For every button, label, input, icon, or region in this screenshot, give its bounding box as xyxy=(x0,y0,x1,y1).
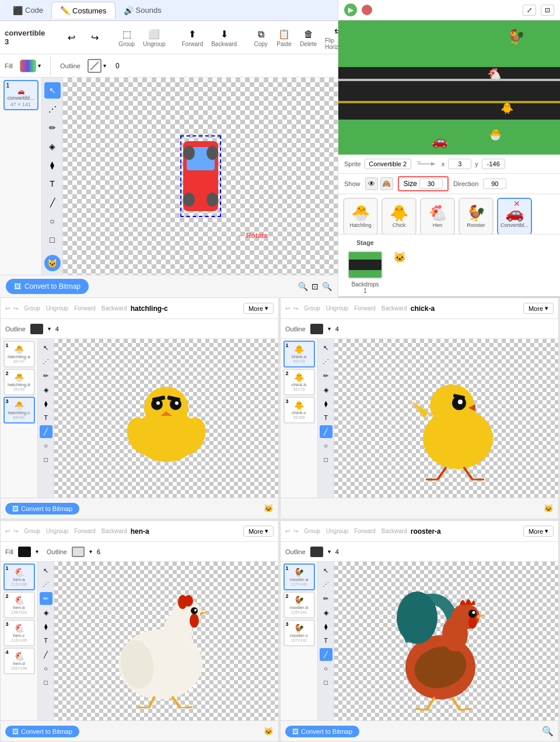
chick-forward-btn[interactable]: Forward xyxy=(354,305,376,312)
backward-btn[interactable]: ⬇ Backward xyxy=(209,27,239,48)
c-select-tool[interactable]: ↖ xyxy=(320,341,332,354)
cat-icon-btn[interactable]: 🐱 xyxy=(44,255,61,271)
circle-tool[interactable]: ○ xyxy=(44,213,61,229)
hen-ungroup-btn[interactable]: Ungroup xyxy=(46,528,68,534)
hatchling-outline-color[interactable] xyxy=(30,324,43,334)
paste-btn[interactable]: 📋 Paste xyxy=(274,27,294,48)
green-flag-button[interactable]: ▶ xyxy=(344,4,357,16)
hatchling-forward-btn[interactable]: Forward xyxy=(74,305,96,312)
fullscreen-btn[interactable]: ⤢ xyxy=(523,5,536,16)
rooster-undo-btn[interactable]: ↩ xyxy=(285,528,290,534)
hen-fill-dropdown[interactable]: ▾ xyxy=(36,548,38,555)
hatchling-more-btn[interactable]: More ▾ xyxy=(243,303,274,314)
c-eraser-tool[interactable]: ◈ xyxy=(320,383,332,396)
rooster-zoom-btn[interactable]: 🔍 xyxy=(542,726,554,737)
hen-forward-btn[interactable]: Forward xyxy=(74,528,96,534)
hn-text-tool[interactable]: T xyxy=(40,634,52,647)
chick-undo-btn[interactable]: ↩ xyxy=(285,305,290,312)
add-sprite-btn[interactable]: 🐱 xyxy=(393,251,406,264)
turbo-btn[interactable]: ⊡ xyxy=(541,5,554,16)
hen-thumb-1[interactable]: 1 🐔 hen-a 113×108 xyxy=(4,564,35,590)
rooster-canvas-area[interactable] xyxy=(334,562,558,720)
rooster-outline-color[interactable] xyxy=(310,547,323,557)
delete-btn[interactable]: 🗑 Delete xyxy=(298,27,319,48)
r-select-tool[interactable]: ↖ xyxy=(320,564,332,577)
c-line-tool[interactable]: ╱ xyxy=(320,425,332,438)
chick-thumb-3[interactable]: 3 🐥 chick-c 52×69 xyxy=(284,397,315,424)
h-eraser-tool[interactable]: ◈ xyxy=(40,383,52,396)
rooster-thumb-1[interactable]: 1 🐓 rooster-a 117×140 xyxy=(284,564,315,590)
hatchling-thumb-1[interactable]: 1 🐣 hatchling-a 32×47 xyxy=(4,341,35,368)
select-tool[interactable]: ↖ xyxy=(44,82,61,99)
r-fill-tool[interactable]: ⧫ xyxy=(320,620,332,633)
chick-redo-btn[interactable]: ↪ xyxy=(293,305,298,312)
hn-eraser-tool[interactable]: ◈ xyxy=(40,606,52,619)
show-hidden-btn[interactable]: 🙈 xyxy=(380,177,393,190)
h-select-tool[interactable]: ↖ xyxy=(40,341,52,354)
eraser-tool[interactable]: ◈ xyxy=(44,138,61,155)
drawing-canvas[interactable]: ← Rotate xyxy=(63,78,338,275)
c-reshape-tool[interactable]: ⋰ xyxy=(320,355,332,368)
hn-line-tool[interactable]: ╱ xyxy=(40,648,52,661)
h-rect-tool[interactable]: □ xyxy=(40,453,52,466)
h-fill-tool[interactable]: ⧫ xyxy=(40,397,52,410)
hn-circle-tool[interactable]: ○ xyxy=(40,662,52,675)
fit-btn[interactable]: ⊡ xyxy=(312,282,318,291)
c-fill-tool[interactable]: ⧫ xyxy=(320,397,332,410)
hatchling-thumb-3[interactable]: 3 🐣 hatchling-c 64×42 xyxy=(4,397,35,424)
hn-fill-tool[interactable]: ⧫ xyxy=(40,620,52,633)
reshape-tool[interactable]: ⋰ xyxy=(44,101,61,117)
sprite-card-rooster[interactable]: 🐓 Rooster xyxy=(459,198,494,235)
chick-more-btn[interactable]: More ▾ xyxy=(523,303,554,314)
h-line-tool[interactable]: ╱ xyxy=(40,425,52,438)
hen-thumb-2[interactable]: 2 🐔 hen-b 138×101 xyxy=(4,592,35,618)
hen-cat-btn[interactable]: 🐱 xyxy=(264,727,274,736)
tab-code[interactable]: ⬛ Code xyxy=(5,2,51,19)
forward-btn[interactable]: ⬆ Forward xyxy=(180,27,206,48)
hen-redo-btn[interactable]: ↪ xyxy=(13,528,18,534)
chick-cat-btn[interactable]: 🐱 xyxy=(544,504,554,513)
chick-canvas-area[interactable] xyxy=(334,339,558,498)
hen-outline-dropdown[interactable]: ▾ xyxy=(89,548,92,555)
hn-rect-tool[interactable]: □ xyxy=(40,676,52,689)
stop-button[interactable] xyxy=(362,5,372,15)
hen-undo-btn[interactable]: ↩ xyxy=(5,528,10,534)
text-tool[interactable]: T xyxy=(44,176,61,192)
show-visible-btn[interactable]: 👁 xyxy=(365,177,378,190)
zoom-out-btn[interactable]: 🔍 xyxy=(298,282,308,291)
rooster-redo-btn[interactable]: ↪ xyxy=(293,528,298,534)
delete-sprite-btn[interactable]: ✕ xyxy=(513,199,520,208)
fill-dropdown-icon[interactable]: ▾ xyxy=(38,62,41,69)
r-pencil-tool[interactable]: ✏ xyxy=(320,592,332,605)
hatchling-canvas-area[interactable] xyxy=(54,339,278,498)
hn-pencil-tool[interactable]: ✏ xyxy=(40,592,52,605)
group-btn[interactable]: ⬚ Group xyxy=(116,27,137,48)
hen-canvas-area[interactable] xyxy=(54,562,278,720)
fill-tool[interactable]: ⧫ xyxy=(44,157,61,173)
hen-outline-color[interactable] xyxy=(72,547,85,557)
hatchling-ungroup-btn[interactable]: Ungroup xyxy=(46,305,68,312)
rooster-forward-btn[interactable]: Forward xyxy=(354,528,376,534)
line-tool[interactable]: ╱ xyxy=(44,194,61,211)
chick-group-btn[interactable]: Group xyxy=(304,305,320,312)
stage-backdrop-thumb[interactable] xyxy=(348,251,383,279)
hatchling-cat-btn[interactable]: 🐱 xyxy=(264,504,274,513)
hen-thumb-3[interactable]: 3 🐔 hen-c 113×106 xyxy=(4,620,35,646)
hatchling-outline-dropdown[interactable]: ▾ xyxy=(48,326,51,332)
hen-thumb-4[interactable]: 4 🐔 hen-d 102×108 xyxy=(4,648,35,674)
r-text-tool[interactable]: T xyxy=(320,634,332,647)
hen-convert-btn[interactable]: 🖼 Convert to Bitmap xyxy=(5,726,79,737)
outline-color-picker[interactable] xyxy=(88,59,102,73)
hatchling-thumb-2[interactable]: 2 🐣 hatchling-b 25×52 xyxy=(4,369,35,396)
tab-sounds[interactable]: 🔊 Sounds xyxy=(116,2,170,19)
ungroup-btn[interactable]: ⬜ Ungroup xyxy=(141,27,167,48)
sprite-card-hatchling[interactable]: 🐣 Hatchling xyxy=(343,198,378,235)
c-pencil-tool[interactable]: ✏ xyxy=(320,369,332,382)
costume-thumb-1[interactable]: 1 🚗 convertibl... 47 × 141 xyxy=(4,80,38,110)
sprite-card-chick[interactable]: 🐥 Chick xyxy=(382,198,416,235)
r-eraser-tool[interactable]: ◈ xyxy=(320,606,332,619)
h-pencil-tool[interactable]: ✏ xyxy=(40,369,52,382)
size-input[interactable] xyxy=(419,178,443,189)
c-circle-tool[interactable]: ○ xyxy=(320,439,332,452)
x-input[interactable] xyxy=(448,159,471,169)
